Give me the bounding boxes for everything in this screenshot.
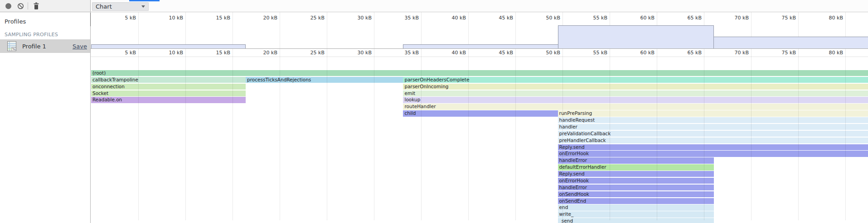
flame-bar-label: Reply.send bbox=[558, 171, 585, 176]
ruler-tick-label: 65 kB bbox=[675, 50, 702, 56]
flame-bar-onsendhook[interactable]: onSendHook bbox=[558, 191, 714, 197]
flame-bar-label: handleRequest bbox=[558, 117, 595, 123]
active-tab-indicator bbox=[129, 0, 160, 1]
flame-bar-onerrorhook[interactable]: onErrorHook bbox=[558, 178, 714, 184]
sidebar-title: Profiles bbox=[5, 18, 26, 25]
flame-gridline bbox=[657, 49, 657, 220]
flame-bar-label: callbackTrampoline bbox=[91, 77, 138, 82]
flame-bar-onsendend[interactable]: onSendEnd bbox=[558, 198, 714, 204]
flame-bar-onerrorhook[interactable]: onErrorHook bbox=[558, 151, 868, 157]
flame-gridline bbox=[563, 49, 563, 220]
ruler-tick-label: 5 kB bbox=[110, 50, 136, 56]
flame-bar-label: preHandlerCallback bbox=[558, 138, 606, 143]
ruler-tick-label: 55 kB bbox=[581, 15, 607, 21]
flame-gridline bbox=[704, 49, 704, 220]
toolbar-divider bbox=[28, 2, 28, 9]
flame-gridline bbox=[421, 49, 422, 220]
overview-gridline bbox=[233, 12, 233, 48]
ruler-tick-label: 25 kB bbox=[298, 15, 325, 21]
flame-bar-send[interactable]: _send bbox=[558, 218, 714, 223]
ruler-tick-label: 65 kB bbox=[675, 15, 702, 21]
ruler-tick-label: 20 kB bbox=[251, 50, 277, 56]
overview-gridline bbox=[421, 12, 422, 48]
ruler-tick-label: 60 kB bbox=[628, 50, 655, 56]
ruler-tick-label: 80 kB bbox=[817, 50, 843, 56]
overview-gridline bbox=[515, 12, 516, 48]
flame-bar-label: parserOnIncoming bbox=[403, 84, 448, 89]
ruler-tick-label: 20 kB bbox=[251, 15, 277, 21]
overview-gridline bbox=[374, 12, 374, 48]
ruler-tick-label: 40 kB bbox=[440, 50, 466, 56]
flame-bar-runpreparsing[interactable]: runPreParsing bbox=[558, 110, 868, 116]
overview-area-segment bbox=[714, 37, 868, 48]
svg-text:%: % bbox=[12, 47, 15, 51]
flame-gridline bbox=[374, 49, 374, 220]
ruler-tick-label: 40 kB bbox=[440, 15, 466, 21]
flame-bar-onconnection[interactable]: onconnection bbox=[91, 84, 246, 90]
ruler-tick-label: 10 kB bbox=[157, 15, 183, 21]
flame-gridline bbox=[515, 49, 516, 220]
flame-bar-label: routeHandler bbox=[403, 104, 436, 109]
flame-bar-prehandlercallback[interactable]: preHandlerCallback bbox=[558, 138, 868, 143]
flame-bar-readable-on[interactable]: Readable.on bbox=[91, 97, 246, 103]
clear-button[interactable] bbox=[15, 0, 26, 11]
ruler-tick-label: 15 kB bbox=[204, 15, 230, 21]
overview-gridline bbox=[138, 12, 139, 48]
chevron-down-icon bbox=[141, 5, 145, 8]
overview-gridline bbox=[468, 12, 469, 48]
flame-bar-label: defaultErrorHandler bbox=[558, 164, 606, 170]
save-link[interactable]: Save bbox=[73, 43, 87, 50]
ruler-tick-label: 50 kB bbox=[534, 15, 560, 21]
flame-bar-socket[interactable]: Socket bbox=[91, 90, 246, 96]
flame-bar-child[interactable]: child bbox=[403, 110, 558, 116]
overview-area-segment bbox=[91, 44, 246, 48]
flame-bar-label: _send bbox=[558, 218, 573, 223]
flame-bar-defaulterrorhandler[interactable]: defaultErrorHandler bbox=[558, 164, 714, 170]
ruler-tick-label: 55 kB bbox=[581, 50, 607, 56]
view-mode-value: Chart bbox=[96, 3, 112, 10]
ruler-tick-label: 30 kB bbox=[345, 50, 372, 56]
panel-top-strip: Chart bbox=[91, 0, 868, 12]
profile-name: Profile 1 bbox=[22, 43, 46, 50]
delete-profile-button[interactable] bbox=[31, 0, 42, 11]
flame-gridline bbox=[185, 49, 186, 220]
record-button[interactable] bbox=[3, 0, 14, 11]
sampling-profiles-header: SAMPLING PROFILES bbox=[5, 32, 58, 38]
flame-gridline bbox=[327, 49, 327, 220]
flame-bar-label: Readable.on bbox=[91, 97, 122, 102]
sidebar-item-profile-1[interactable]: % Profile 1 Save bbox=[0, 39, 90, 53]
flame-bar-handleerror[interactable]: handleError bbox=[558, 157, 714, 163]
toolbar bbox=[0, 0, 91, 12]
clear-icon bbox=[17, 3, 24, 9]
flame-bar-write[interactable]: write_ bbox=[558, 211, 714, 217]
flame-gridline bbox=[845, 49, 846, 220]
profiler-panel: Chart Profiles SAMPLING PROFILES % Profi… bbox=[0, 0, 868, 223]
flame-bar-reply-send[interactable]: Reply.send bbox=[558, 144, 868, 150]
overview-gridline bbox=[280, 12, 280, 48]
view-mode-select[interactable]: Chart bbox=[92, 2, 149, 11]
ruler-tick-label: 70 kB bbox=[723, 15, 749, 21]
flame-bar-prevalidationcallback[interactable]: preValidationCallback bbox=[558, 131, 868, 137]
flame-bar-handlerequest[interactable]: handleRequest bbox=[558, 117, 868, 123]
flame-bar-label: preValidationCallback bbox=[558, 131, 611, 136]
overview-gridline bbox=[327, 12, 327, 48]
memory-overview[interactable]: 5 kB10 kB15 kB20 kB25 kB30 kB35 kB40 kB4… bbox=[91, 12, 868, 49]
flame-bar-handler[interactable]: handler bbox=[558, 124, 868, 130]
flame-bar-reply-send[interactable]: Reply.send bbox=[558, 171, 714, 177]
record-icon bbox=[5, 3, 11, 9]
flame-bar-label: onconnection bbox=[91, 84, 125, 89]
flame-bar-label: emit bbox=[403, 90, 415, 96]
ruler-tick-label: 75 kB bbox=[770, 15, 796, 21]
flame-gridline bbox=[468, 49, 469, 220]
flame-bar-label: processTicksAndRejections bbox=[246, 77, 311, 82]
ruler-tick-label: 60 kB bbox=[628, 15, 655, 21]
flame-bar-callbacktrampoline[interactable]: callbackTrampoline bbox=[91, 77, 246, 83]
flame-bar-processticksandrejections[interactable]: processTicksAndRejections bbox=[246, 77, 403, 83]
ruler-tick-label: 45 kB bbox=[487, 50, 513, 56]
ruler-tick-label: 50 kB bbox=[534, 50, 560, 56]
flame-bar-handleerror[interactable]: handleError bbox=[558, 185, 714, 190]
flame-bar-label: (root) bbox=[91, 70, 106, 76]
flame-bar-label: child bbox=[403, 110, 416, 116]
flame-bar-end[interactable]: end bbox=[558, 204, 714, 210]
ruler-tick-label: 10 kB bbox=[157, 50, 183, 56]
